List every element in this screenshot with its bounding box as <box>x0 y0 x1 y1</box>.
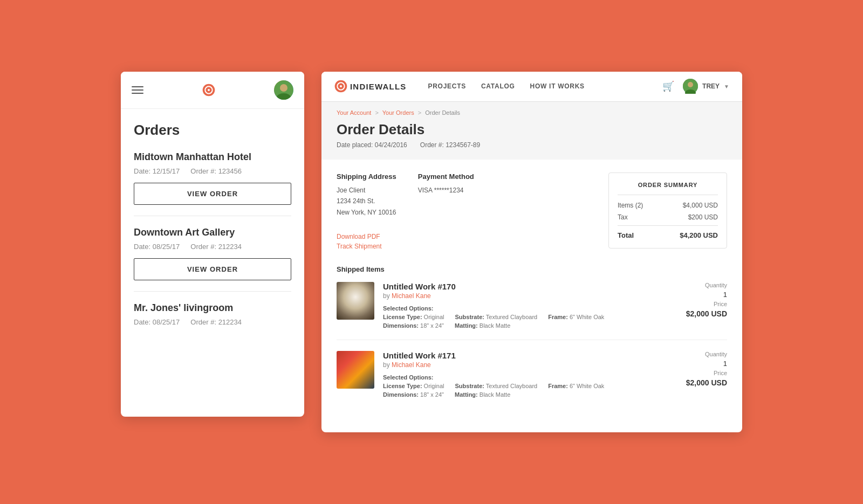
main-content: Shipping Address Joe Client 1234 24th St… <box>321 160 742 432</box>
payment-title: Payment Method <box>418 172 474 181</box>
item-options: License Type: Original Substrate: Textur… <box>383 383 675 389</box>
order-name: Midtown Manhattan Hotel <box>134 151 291 163</box>
breadcrumb-sep: > <box>375 109 378 116</box>
shipping-city-state: New York, NY 10016 <box>337 207 396 218</box>
order-name: Downtown Art Gallery <box>134 227 291 238</box>
total-label: Total <box>618 231 634 239</box>
shipping-name: Joe Client <box>337 185 396 196</box>
mobile-avatar[interactable] <box>274 80 293 100</box>
summary-total-row: Total $4,200 USD <box>618 225 718 239</box>
track-shipment-link[interactable]: Track Shipment <box>337 243 595 250</box>
download-pdf-link[interactable]: Download PDF <box>337 233 595 240</box>
frame: Frame: 6" White Oak <box>548 314 604 320</box>
nav-logo-text: INDIEWALLS <box>350 82 407 91</box>
avatar <box>683 79 698 94</box>
license-type: License Type: Original <box>383 383 444 389</box>
view-order-button[interactable]: VIEW ORDER <box>134 183 291 205</box>
qty-value: 1 <box>723 360 727 368</box>
order-num-label: Order #: 1234567-89 <box>420 141 480 149</box>
items-label: Items (2) <box>618 202 643 209</box>
item-artist: by Michael Kane <box>383 361 675 369</box>
user-avatar-img <box>683 79 698 94</box>
matting: Matting: Black Matte <box>455 322 510 329</box>
total-value: $4,200 USD <box>680 231 718 239</box>
breadcrumb-current: Order Details <box>425 109 460 116</box>
mobile-screen: Orders Midtown Manhattan Hotel Date: 12/… <box>121 72 304 417</box>
qty-label: Quantity <box>705 282 727 288</box>
tax-label: Tax <box>618 213 628 221</box>
shipping-address: Joe Client 1234 24th St. New York, NY 10… <box>337 185 396 218</box>
page-title: Order Details <box>337 121 727 138</box>
order-num-label: Order #: 123456 <box>190 167 242 175</box>
list-item: Mr. Jones' livingroom Date: 08/25/17 Ord… <box>134 302 291 344</box>
dimensions: Dimensions: 18" x 24" <box>383 322 444 329</box>
date-label: Date: 12/15/17 <box>134 167 180 175</box>
table-row: Untitled Work #170 by Michael Kane Selec… <box>337 282 727 340</box>
shipping-payment-section: Shipping Address Joe Client 1234 24th St… <box>337 172 595 250</box>
order-meta: Date: 08/25/17 Order #: 212234 <box>134 318 291 326</box>
item-options: License Type: Original Substrate: Textur… <box>383 314 675 320</box>
nav-link-projects[interactable]: PROJECTS <box>428 82 466 90</box>
breadcrumb-your-account[interactable]: Your Account <box>337 109 371 116</box>
summary-items-row: Items (2) $4,000 USD <box>618 202 718 209</box>
nav-user[interactable]: TREY ▼ <box>683 79 729 94</box>
shipping-title: Shipping Address <box>337 172 396 181</box>
order-meta: Date: 12/15/17 Order #: 123456 <box>134 167 291 175</box>
svg-point-10 <box>688 82 693 87</box>
page-header-section: Your Account > Your Orders > Order Detai… <box>321 102 742 160</box>
payment-method: VISA ******1234 <box>418 185 474 196</box>
order-summary-box: ORDER SUMMARY Items (2) $4,000 USD Tax $… <box>608 172 727 248</box>
hamburger-menu-icon[interactable] <box>132 86 143 94</box>
selected-options-label: Selected Options: <box>383 374 675 381</box>
price-value: $2,000 USD <box>686 378 727 387</box>
view-order-button[interactable]: VIEW ORDER <box>134 258 291 280</box>
qty-label: Quantity <box>705 351 727 357</box>
item-qty-price-1: Quantity 1 Price $2,000 USD <box>684 282 727 329</box>
date-label: Date: 08/25/17 <box>134 243 180 251</box>
nav-link-how-it-works[interactable]: HOW IT WORKS <box>530 82 585 90</box>
nav-user-name: TREY <box>702 82 720 90</box>
logo-svg <box>202 84 215 96</box>
action-links: Download PDF Track Shipment <box>337 233 595 250</box>
order-meta-row: Date placed: 04/24/2016 Order #: 1234567… <box>337 141 727 149</box>
selected-options-label: Selected Options: <box>383 305 675 312</box>
svg-point-8 <box>340 85 342 87</box>
nav-link-catalog[interactable]: CATALOG <box>481 82 515 90</box>
order-name: Mr. Jones' livingroom <box>134 302 291 314</box>
tax-value: $200 USD <box>688 213 718 221</box>
qty-value: 1 <box>723 291 727 299</box>
summary-tax-row: Tax $200 USD <box>618 213 718 221</box>
breadcrumb: Your Account > Your Orders > Order Detai… <box>337 109 727 116</box>
item-artist: by Michael Kane <box>383 292 675 300</box>
nav-logo[interactable]: INDIEWALLS <box>334 80 407 93</box>
item-title: Untitled Work #171 <box>383 351 675 360</box>
matting: Matting: Black Matte <box>455 391 510 398</box>
item-thumbnail-2 <box>337 351 374 389</box>
desktop-nav: INDIEWALLS PROJECTS CATALOG HOW IT WORKS… <box>321 72 742 102</box>
cart-icon[interactable]: 🛒 <box>662 80 674 92</box>
desktop-screen: INDIEWALLS PROJECTS CATALOG HOW IT WORKS… <box>321 72 742 432</box>
item-details-2: Untitled Work #171 by Michael Kane Selec… <box>383 351 675 398</box>
nav-logo-icon <box>334 80 347 93</box>
price-label: Price <box>714 370 727 376</box>
date-label: Date: 08/25/17 <box>134 318 180 326</box>
avatar-img <box>274 80 293 100</box>
substrate: Substrate: Textured Clayboard <box>455 383 538 389</box>
mobile-header <box>121 72 304 109</box>
substrate: Substrate: Textured Clayboard <box>455 314 538 320</box>
shipped-items-title: Shipped Items <box>337 265 727 273</box>
order-summary-title: ORDER SUMMARY <box>618 182 718 195</box>
shipping-section: Shipping Address Joe Client 1234 24th St… <box>337 172 396 218</box>
item-options-2: Dimensions: 18" x 24" Matting: Black Mat… <box>383 322 675 329</box>
top-row: Shipping Address Joe Client 1234 24th St… <box>337 172 727 250</box>
items-value: $4,000 USD <box>683 202 718 209</box>
item-title: Untitled Work #170 <box>383 282 675 291</box>
item-thumbnail-1 <box>337 282 374 320</box>
chevron-down-icon: ▼ <box>724 84 729 89</box>
list-item: Downtown Art Gallery Date: 08/25/17 Orde… <box>134 227 291 292</box>
artist-link[interactable]: Michael Kane <box>392 361 431 369</box>
artist-link[interactable]: Michael Kane <box>392 292 431 300</box>
breadcrumb-your-orders[interactable]: Your Orders <box>382 109 414 116</box>
payment-section: Payment Method VISA ******1234 <box>418 172 474 218</box>
mobile-body: Orders Midtown Manhattan Hotel Date: 12/… <box>121 109 304 344</box>
